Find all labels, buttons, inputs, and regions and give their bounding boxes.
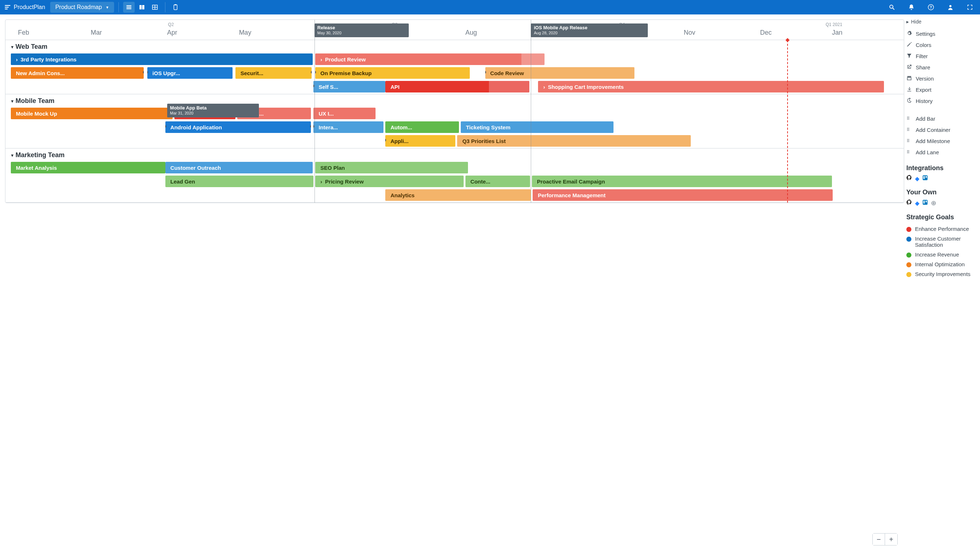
main: Q2Q3Q4Q1 2021 FebMarAprMayAugNovDecJan ▾… [0, 14, 980, 552]
link-handle[interactable] [143, 71, 144, 74]
bar[interactable]: iOS Upgr... [147, 67, 232, 79]
bar[interactable]: API [385, 81, 529, 93]
bar[interactable]: Code Review [485, 67, 635, 79]
bar[interactable]: New Admin Cons... [11, 67, 144, 79]
milestone-flag[interactable]: ReleaseMay 30, 2020 [315, 24, 409, 37]
bar-label: New Admin Cons... [16, 70, 65, 76]
lane: ▾Mobile TeamMobile Mock UpUX Im...Cloud … [5, 94, 904, 148]
bar[interactable]: ›Product Review [315, 53, 544, 65]
bar[interactable]: Mobile Mock Up [11, 108, 173, 119]
lane-header[interactable]: ▾Web Team [5, 40, 904, 53]
lane-header[interactable]: ▾Marketing Team [5, 148, 904, 161]
add-integration-button[interactable]: ⊕ [931, 199, 936, 207]
bar[interactable]: Appli... [385, 135, 455, 147]
roadmap-dropdown[interactable]: Product Roadmap ▼ [50, 2, 114, 13]
bar[interactable]: Intera... [313, 121, 383, 133]
side-item-add-bar[interactable]: Add Bar [906, 113, 974, 124]
side-item-settings[interactable]: Settings [906, 28, 974, 39]
jira-icon[interactable]: ◆ [915, 175, 920, 182]
lane: ▾Marketing TeamMarket AnalysisCustomer O… [5, 148, 904, 203]
goal-color-dot [906, 262, 912, 267]
side-item-add-milestone[interactable]: Add Milestone [906, 136, 974, 147]
jira-icon[interactable]: ◆ [915, 200, 920, 207]
help-button[interactable]: ? [925, 2, 937, 13]
side-item-share[interactable]: Share [906, 62, 974, 73]
zoom-out-button[interactable]: − [873, 534, 885, 545]
row: Appli...Q3 Priorities List [5, 134, 904, 147]
bar[interactable]: Autom... [385, 121, 459, 133]
month-label: Nov [684, 29, 695, 37]
bar[interactable]: ›Shopping Cart Improvements [538, 81, 884, 93]
list-view-button[interactable] [136, 2, 148, 13]
goal-item[interactable]: Enhance Performance [906, 224, 974, 234]
goal-item[interactable]: Increase Customer Satisfaction [906, 234, 974, 250]
row: Lead Gen›Pricing ReviewConte...Proactive… [5, 175, 904, 188]
bar[interactable]: Q3 Priorities List [457, 135, 691, 147]
bar-label: Conte... [471, 179, 490, 185]
bar[interactable]: Lead Gen [165, 175, 314, 187]
svg-rect-4 [126, 7, 131, 8]
bar[interactable]: SEO Plan [315, 162, 468, 173]
link-handle[interactable] [310, 125, 311, 128]
notifications-button[interactable] [905, 2, 917, 13]
milestone-flag[interactable]: Mobile App BetaMar 31, 2020 [167, 104, 259, 117]
bar[interactable]: ›Pricing Review [315, 175, 464, 187]
bar[interactable]: UX I... [313, 108, 375, 119]
timeline-view-button[interactable] [123, 2, 135, 13]
link-handle[interactable] [165, 125, 166, 128]
link-handle[interactable] [313, 85, 314, 88]
svg-point-32 [907, 139, 908, 140]
user-button[interactable] [945, 2, 956, 13]
link-handle[interactable] [315, 71, 316, 74]
side-item-history[interactable]: History [906, 96, 974, 107]
bar[interactable]: Android Application [165, 121, 311, 133]
side-item-add-lane[interactable]: Add Lane [906, 147, 974, 158]
bar[interactable]: ›3rd Party Integrations [11, 53, 313, 65]
link-handle[interactable] [385, 139, 386, 142]
bar-label: Self S... [318, 84, 338, 90]
side-item-export[interactable]: Export [906, 84, 974, 96]
bar[interactable]: Customer Outreach [165, 162, 313, 173]
drag-icon [906, 115, 912, 122]
goal-color-dot [906, 227, 912, 232]
brand: ProductPlan [4, 4, 45, 11]
share-icon [906, 64, 912, 71]
lane-header[interactable]: ▾Mobile Team [5, 94, 904, 107]
hide-panel-button[interactable]: ▸ Hide [906, 19, 974, 25]
side-item-add-container[interactable]: Add Container [906, 124, 974, 136]
side-item-colors[interactable]: Colors [906, 39, 974, 51]
side-item-filter[interactable]: Filter [906, 51, 974, 62]
goal-item[interactable]: Security Improvements [906, 269, 974, 279]
link-handle[interactable] [147, 71, 148, 74]
bar[interactable]: Self S... [313, 81, 385, 93]
bar-label: Analytics [390, 192, 415, 198]
milestone-flag[interactable]: iOS Mobile App ReleaseAug 28, 2020 [531, 24, 648, 37]
svg-point-29 [908, 128, 909, 129]
search-button[interactable] [886, 2, 898, 13]
link-handle[interactable] [311, 71, 312, 74]
separator [118, 2, 119, 12]
side-item-version[interactable]: Version [906, 73, 974, 84]
bar-label: Mobile Mock Up [16, 110, 57, 117]
fullscreen-button[interactable] [964, 2, 976, 13]
bar[interactable]: Ticketing System [461, 121, 614, 133]
bar[interactable]: Proactive Email Campaign [532, 175, 832, 187]
link-handle[interactable] [313, 125, 314, 128]
github-icon[interactable] [906, 199, 912, 207]
bar[interactable]: On Premise Backup [315, 67, 470, 79]
bar[interactable]: Securit... [235, 67, 312, 79]
goal-item[interactable]: Internal Optimization [906, 259, 974, 269]
bar[interactable]: Market Analysis [11, 162, 165, 173]
trello-icon[interactable] [922, 199, 928, 207]
clipboard-button[interactable] [170, 2, 181, 13]
goal-item[interactable]: Increase Revenue [906, 250, 974, 259]
github-icon[interactable] [906, 175, 912, 182]
trello-icon[interactable] [922, 175, 928, 182]
bar[interactable]: Performance Management [533, 189, 833, 201]
table-view-button[interactable] [149, 2, 161, 13]
bar[interactable]: Conte... [465, 175, 530, 187]
zoom-in-button[interactable]: + [885, 534, 897, 545]
integrations-heading: Integrations [906, 164, 974, 172]
link-handle[interactable] [485, 71, 486, 74]
bar[interactable]: Analytics [385, 189, 531, 201]
